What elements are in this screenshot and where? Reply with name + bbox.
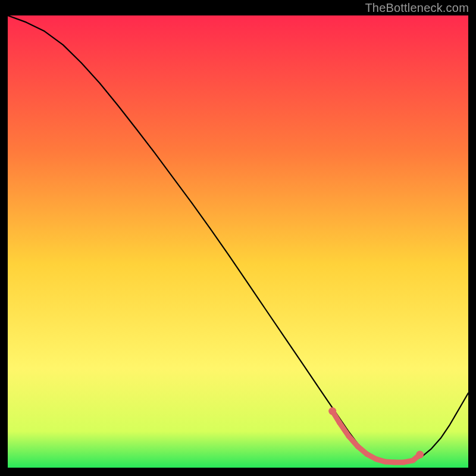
marker-dot	[337, 420, 342, 425]
marker-dot	[401, 459, 406, 465]
marker-dot	[355, 444, 361, 449]
plot-area	[8, 15, 468, 468]
gradient-bg	[8, 15, 468, 468]
watermark-text: TheBottleneck.com	[365, 1, 469, 15]
marker-dot	[383, 459, 388, 465]
marker-dot	[374, 456, 379, 462]
marker-dot	[328, 408, 336, 415]
marker-dot	[392, 459, 397, 465]
marker-dot	[346, 433, 351, 439]
plot-svg	[8, 15, 468, 468]
marker-dot	[411, 458, 416, 463]
chart-frame: TheBottleneck.com	[0, 0, 476, 476]
marker-dot	[416, 451, 424, 459]
marker-dot	[364, 452, 369, 457]
